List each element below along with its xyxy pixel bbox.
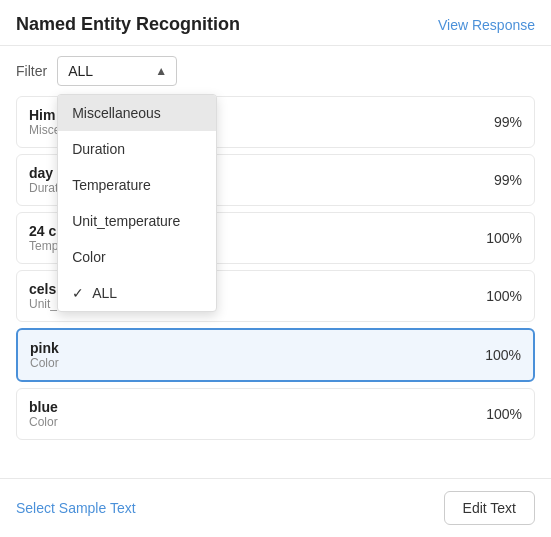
entity-info-blue: blue Color [29,399,58,429]
select-sample-text-link[interactable]: Select Sample Text [16,500,136,516]
entity-score-blue: 100% [486,406,522,422]
entity-score-pink: 100% [485,347,521,363]
dropdown-item-duration[interactable]: Duration [58,131,216,167]
entity-name-pink: pink [30,340,59,356]
entity-score-him: 99% [494,114,522,130]
app-header: Named Entity Recognition View Response [0,0,551,46]
dropdown-item-color[interactable]: Color [58,239,216,275]
entity-info-pink: pink Color [30,340,59,370]
entity-row-blue[interactable]: blue Color 100% [16,388,535,440]
entity-type-pink: Color [30,356,59,370]
filter-select-wrapper[interactable]: ALL ▲ Miscellaneous Duration Temperature… [57,56,177,86]
filter-current-value: ALL [68,63,93,79]
entity-row-pink[interactable]: pink Color 100% [16,328,535,382]
entity-score-celsius: 100% [486,288,522,304]
dropdown-item-all[interactable]: ALL [58,275,216,311]
dropdown-item-miscellaneous[interactable]: Miscellaneous [58,95,216,131]
entity-score-day: 99% [494,172,522,188]
page-title: Named Entity Recognition [16,14,240,35]
dropdown-item-temperature[interactable]: Temperature [58,167,216,203]
dropdown-item-unit-temperature[interactable]: Unit_temperature [58,203,216,239]
filter-label: Filter [16,63,47,79]
edit-text-button[interactable]: Edit Text [444,491,535,525]
filter-select[interactable]: ALL [57,56,177,86]
entity-score-24c: 100% [486,230,522,246]
filter-bar: Filter ALL ▲ Miscellaneous Duration Temp… [0,46,551,96]
footer: Select Sample Text Edit Text [0,478,551,537]
entity-name-blue: blue [29,399,58,415]
entity-type-blue: Color [29,415,58,429]
filter-dropdown: Miscellaneous Duration Temperature Unit_… [57,94,217,312]
view-response-link[interactable]: View Response [438,17,535,33]
main-content: Filter ALL ▲ Miscellaneous Duration Temp… [0,46,551,478]
